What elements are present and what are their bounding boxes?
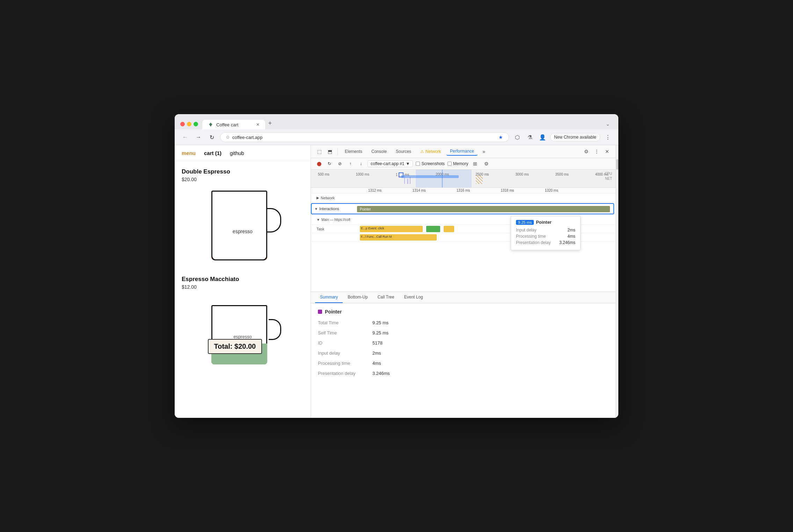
extensions-icon[interactable]: ⬡ [512,132,522,142]
more-tabs-icon[interactable]: » [480,147,488,156]
tooltip-input-val: 2ms [567,228,575,232]
address-text: coffee-cart.app [232,135,496,140]
total-time-val: 9.25 ms [372,320,388,325]
nav-github[interactable]: github [230,150,244,156]
active-tab[interactable]: Coffee cart ✕ [202,120,265,130]
back-button[interactable]: ← [180,132,190,142]
network-content [353,193,616,202]
dt-summary: Pointer Total Time 9.25 ms Self Time 9.2… [311,303,616,418]
product1-image: espresso [204,187,281,267]
title-bar: Coffee cart ✕ + ⌄ [175,114,618,130]
address-bar[interactable]: ⊙ coffee-cart.app ★ [220,132,509,142]
instance-selector[interactable]: coffee-cart.app #1 ▼ [368,160,413,167]
self-time-val: 9.25 ms [372,330,388,335]
summary-color-indicator [318,310,322,314]
tooltip-name: Pointer [536,220,552,225]
tooltip-title: 9.25 ms Pointer [516,220,575,225]
bookmark-icon[interactable]: ★ [499,134,503,140]
interactions-content: Pointer [354,204,613,214]
summary-name: Pointer [325,309,342,315]
lab-icon[interactable]: ⚗ [525,132,535,142]
tab-bottom-up[interactable]: Bottom-Up [343,292,372,303]
timeline-rows: 1312 ms 1314 ms 1316 ms 1318 ms 1320 ms … [311,188,616,292]
website-panel: menu cart (1) github Double Espresso $20… [175,145,311,418]
instance-dropdown-icon: ▼ [406,161,410,166]
tab-network[interactable]: ⚠Network [417,148,444,155]
main-thread-label: ▼ Main — https://coffee-cart.app/ [311,218,353,222]
self-time-key: Self Time [318,330,367,335]
minimize-button[interactable] [187,122,191,126]
reload-record-button[interactable]: ↻ [326,160,333,168]
main-label: Main — https://coffee-cart.app/ [321,218,350,222]
tab-summary[interactable]: Summary [315,292,343,303]
profile-icon[interactable]: 👤 [538,132,547,142]
tab-performance[interactable]: Performance [446,147,478,156]
summary-processing-time: Processing time 4ms [318,361,609,366]
reload-button[interactable]: ↻ [207,132,217,142]
timeline-ruler: 500 ms 1000 ms 1 ms 2000 ms 2500 ms 3000… [311,170,616,188]
new-tab-button[interactable]: + [265,118,275,128]
sub-tick-1318: 1318 ms [501,189,514,192]
func-bar: F...l Func...Call Run M [360,234,437,241]
sub-tick-1314: 1314 ms [412,189,425,192]
screenshots-checkbox[interactable] [416,162,420,166]
product1-cup-label: espresso [233,229,253,234]
memory-profile-icon[interactable]: ⊞ [471,160,479,168]
tab-more-button[interactable]: ⌄ [603,120,613,128]
scrollbar-thumb[interactable] [616,159,618,170]
sub-tick-1320: 1320 ms [545,189,558,192]
more-options-icon[interactable]: ⋮ [592,147,601,156]
summary-title: Pointer [318,309,609,315]
inspect-element-icon[interactable]: ⬚ [315,147,323,156]
devtools-scrollbar[interactable] [616,145,618,418]
upload-button[interactable]: ↑ [347,160,354,168]
settings-icon[interactable]: ⚙ [582,147,590,156]
nav-menu[interactable]: menu [182,150,196,156]
tab-call-tree[interactable]: Call Tree [373,292,399,303]
tab-console[interactable]: Console [368,148,390,155]
capture-settings-icon[interactable]: ⚙ [482,160,490,168]
toolbar: ← → ↻ ⊙ coffee-cart.app ★ ⬡ ⚗ 👤 New Chro… [175,130,618,145]
device-toolbar-icon[interactable]: ⬒ [326,147,334,156]
sub-tick-cpu: CPU [605,172,612,176]
tooltip-processing: Processing time 4ms [516,234,575,239]
input-delay-val: 2ms [372,350,381,356]
forward-button[interactable]: → [194,132,203,142]
nav-cart[interactable]: cart (1) [204,150,221,156]
tooltip-presentation: Presentation delay 3.246ms [516,240,575,245]
tab-title: Coffee cart [216,122,238,127]
tooltip-input-label: Input delay [516,228,537,232]
download-button[interactable]: ↓ [357,160,365,168]
interactions-row[interactable]: ▼ Interactions Pointer [311,203,614,214]
product1-name: Double Espresso [182,168,304,175]
site-nav: menu cart (1) github [175,145,311,161]
maximize-button[interactable] [194,122,198,126]
tab-elements[interactable]: Elements [341,148,366,155]
summary-id: ID 5178 [318,340,609,346]
menu-icon[interactable]: ⋮ [603,132,613,142]
task-bar-extra [444,226,454,232]
screenshots-label: Screenshots [421,161,445,166]
id-key: ID [318,340,367,346]
product2-price: $12.00 [182,284,304,290]
toolbar-actions: ⬡ ⚗ 👤 New Chrome available ⋮ [512,132,613,142]
memory-checkbox[interactable] [448,162,452,166]
tab-sources[interactable]: Sources [392,148,415,155]
browser-window: Coffee cart ✕ + ⌄ ← → ↻ ⊙ coffee-cart.ap… [175,114,618,418]
close-button[interactable] [180,122,185,126]
new-chrome-button[interactable]: New Chrome available [550,133,600,141]
devtools-panel: ⬚ ⬒ Elements Console Sources ⚠Network Pe… [311,145,616,418]
close-devtools-icon[interactable]: ✕ [603,147,611,156]
record-button[interactable]: ⬤ [315,160,323,168]
dt-bottom-tabs: Summary Bottom-Up Call Tree Event Log [311,292,616,303]
clear-button[interactable]: ⊘ [336,160,344,168]
tab-close-button[interactable]: ✕ [256,122,260,127]
tab-event-log[interactable]: Event Log [399,292,428,303]
traffic-lights [180,122,198,126]
id-val: 5178 [372,340,383,346]
product2-image: Total: $20.00 espresso [204,295,281,364]
func-text: F...l Func...Call Run M [360,235,393,239]
sub-tick-net: NET [605,177,612,180]
proc-time-val: 4ms [372,361,381,366]
tooltip-input-delay: Input delay 2ms [516,228,575,232]
